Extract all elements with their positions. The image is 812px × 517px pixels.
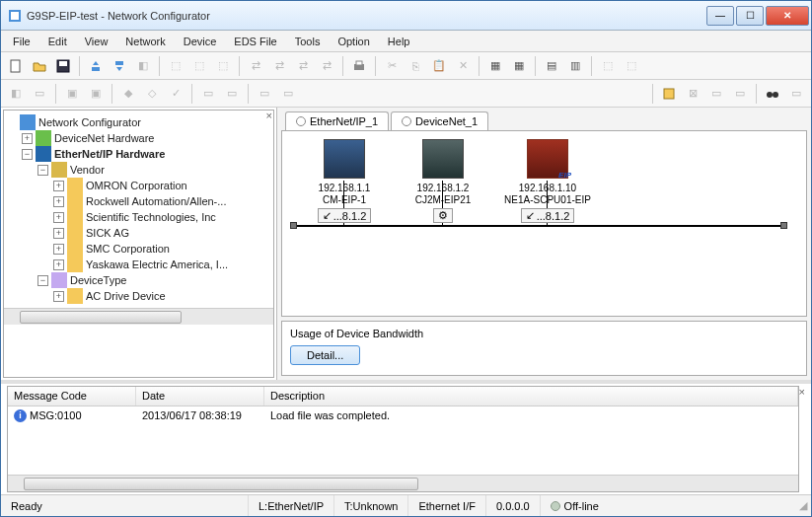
tree-sick[interactable]: SICK AG <box>86 227 129 239</box>
align-2-icon[interactable]: ▥ <box>564 55 586 77</box>
pane-close-icon[interactable]: × <box>266 110 272 121</box>
minimize-button[interactable]: — <box>706 6 734 26</box>
detail-button[interactable]: Detail... <box>290 345 360 365</box>
t2-btn-3[interactable]: ▣ <box>61 83 83 105</box>
t2r-btn-1[interactable] <box>658 83 680 105</box>
expand-icon[interactable]: + <box>53 259 64 270</box>
header-code[interactable]: Message Code <box>8 387 136 406</box>
t2r-btn-2[interactable]: ⊠ <box>682 83 703 105</box>
paste-icon[interactable]: 📋 <box>428 55 450 77</box>
t2-btn-1[interactable]: ◧ <box>5 83 27 105</box>
menu-option[interactable]: Option <box>330 34 377 49</box>
header-desc[interactable]: Description <box>264 387 798 406</box>
expand-icon[interactable]: + <box>53 228 64 239</box>
menu-file[interactable]: File <box>5 34 38 49</box>
toolbar-btn-10[interactable]: ⇄ <box>245 55 266 77</box>
tree-sti[interactable]: Scientific Technologies, Inc <box>86 211 216 223</box>
tree-root[interactable]: Network Configurator <box>38 116 141 128</box>
network-canvas[interactable]: 192.168.1.1 CM-EIP-1 ↙...8.1.2 192.168.1… <box>281 130 807 317</box>
upload-icon[interactable] <box>85 55 107 77</box>
toolbar-btn-8[interactable]: ⬚ <box>188 55 210 77</box>
expand-icon[interactable]: + <box>53 212 64 223</box>
toolbar-btn-6[interactable]: ◧ <box>132 55 154 77</box>
toolbar-btn-7[interactable]: ⬚ <box>165 55 186 77</box>
menu-tools[interactable]: Tools <box>287 34 329 49</box>
device-name: NE1A-SCPU01-EIP <box>503 194 592 206</box>
open-icon[interactable] <box>29 55 50 77</box>
msg-scrollbar[interactable] <box>8 475 798 491</box>
panel-close-icon[interactable]: × <box>799 386 805 398</box>
t2-btn-9[interactable]: ▭ <box>221 83 243 105</box>
collapse-icon[interactable]: − <box>37 275 48 286</box>
device-sub-button[interactable]: ↙...8.1.2 <box>521 208 575 223</box>
copy-icon[interactable]: ⎘ <box>405 55 426 77</box>
t2r-btn-6[interactable]: ▭ <box>785 83 807 105</box>
new-icon[interactable] <box>5 55 27 77</box>
tree-smc[interactable]: SMC Corporation <box>86 243 170 255</box>
tab-devicenet[interactable]: DeviceNet_1 <box>391 111 488 130</box>
t2-btn-11[interactable]: ▭ <box>277 83 299 105</box>
device-node[interactable]: 192.168.1.2 CJ2M-EIP21 ⚙ <box>399 139 487 223</box>
tree-devtype[interactable]: DeviceType <box>70 274 126 286</box>
tree-devnet[interactable]: DeviceNet Hardware <box>54 132 154 144</box>
toolbar-btn-9[interactable]: ⬚ <box>212 55 234 77</box>
tree-acdrive[interactable]: AC Drive Device <box>86 290 166 302</box>
collapse-icon[interactable]: − <box>37 165 48 176</box>
menu-eds[interactable]: EDS File <box>226 34 284 49</box>
header-date[interactable]: Date <box>136 387 264 406</box>
menu-network[interactable]: Network <box>117 34 173 49</box>
menu-edit[interactable]: Edit <box>40 34 75 49</box>
t2r-btn-4[interactable]: ▭ <box>729 83 751 105</box>
t2-btn-4[interactable]: ▣ <box>85 83 107 105</box>
expand-icon[interactable]: + <box>22 133 33 144</box>
output-2-icon[interactable]: ⬚ <box>621 55 642 77</box>
expand-icon[interactable]: + <box>53 181 64 191</box>
msg-desc: Load file was completed. <box>264 409 798 421</box>
tree-scrollbar[interactable] <box>4 308 273 325</box>
t2r-btn-3[interactable]: ▭ <box>705 83 727 105</box>
hardware-tree[interactable]: Network Configurator +DeviceNet Hardware… <box>4 111 273 308</box>
maximize-button[interactable]: ☐ <box>736 6 764 26</box>
t2-btn-8[interactable]: ▭ <box>197 83 219 105</box>
tree-ethip[interactable]: EtherNet/IP Hardware <box>54 148 165 160</box>
t2-btn-5[interactable]: ◆ <box>117 83 139 105</box>
menu-device[interactable]: Device <box>176 34 225 49</box>
close-button[interactable]: ✕ <box>766 6 809 26</box>
expand-icon[interactable]: + <box>53 196 64 207</box>
expand-icon[interactable]: + <box>53 244 64 255</box>
device-sub-button[interactable]: ⚙ <box>433 208 453 223</box>
app-icon <box>7 8 23 24</box>
align-1-icon[interactable]: ▤ <box>541 55 562 77</box>
cut-icon[interactable]: ✂ <box>381 55 403 77</box>
toolbar-btn-13[interactable]: ⇄ <box>316 55 337 77</box>
grid-2-icon[interactable]: ▦ <box>508 55 530 77</box>
device-node[interactable]: EIP 192.168.1.10 NE1A-SCPU01-EIP ↙...8.1… <box>503 139 592 223</box>
tree-vendor[interactable]: Vendor <box>70 164 105 176</box>
device-node[interactable]: 192.168.1.1 CM-EIP-1 ↙...8.1.2 <box>300 139 389 223</box>
toolbar-btn-11[interactable]: ⇄ <box>268 55 290 77</box>
tree-yaskawa[interactable]: Yaskawa Electric America, I... <box>86 258 228 270</box>
t2-btn-6[interactable]: ◇ <box>141 83 163 105</box>
tree-omron[interactable]: OMRON Corporation <box>86 180 187 191</box>
binoculars-icon[interactable] <box>762 83 783 105</box>
grid-1-icon[interactable]: ▦ <box>484 55 506 77</box>
message-row[interactable]: iMSG:0100 2013/06/17 08:38:19 Load file … <box>8 406 798 424</box>
resize-grip-icon[interactable]: ◢ <box>795 499 811 512</box>
delete-icon[interactable]: ✕ <box>452 55 474 77</box>
save-icon[interactable] <box>52 55 74 77</box>
output-1-icon[interactable]: ⬚ <box>597 55 619 77</box>
menu-view[interactable]: View <box>77 34 116 49</box>
tab-ethernetip[interactable]: EtherNet/IP_1 <box>285 111 389 130</box>
menu-help[interactable]: Help <box>380 34 418 49</box>
expand-icon[interactable]: + <box>53 291 64 302</box>
toolbar-btn-12[interactable]: ⇄ <box>292 55 314 77</box>
svg-rect-4 <box>59 61 67 66</box>
collapse-icon[interactable]: − <box>22 149 33 160</box>
t2-btn-7[interactable]: ✓ <box>165 83 186 105</box>
download-icon[interactable] <box>109 55 130 77</box>
device-sub-button[interactable]: ↙...8.1.2 <box>318 208 372 223</box>
print-icon[interactable] <box>348 55 370 77</box>
tree-rockwell[interactable]: Rockwell Automation/Allen-... <box>86 195 226 207</box>
t2-btn-2[interactable]: ▭ <box>29 83 50 105</box>
t2-btn-10[interactable]: ▭ <box>254 83 275 105</box>
